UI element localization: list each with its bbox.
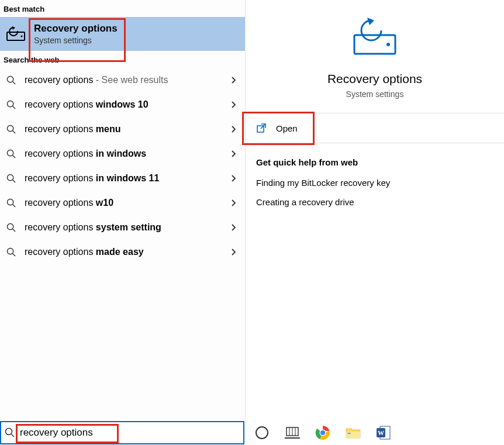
svg-point-13 <box>7 199 13 205</box>
svg-point-11 <box>7 174 13 180</box>
svg-point-3 <box>7 76 13 82</box>
svg-line-8 <box>12 130 15 133</box>
search-results-panel: Best match Recovery options System setti… <box>0 0 246 420</box>
web-result-text: recovery options windows 10 <box>25 99 222 110</box>
best-match-item[interactable]: Recovery options System settings <box>0 17 245 51</box>
svg-line-25 <box>12 434 15 437</box>
open-button[interactable]: Open <box>246 113 504 143</box>
web-result-item[interactable]: recovery options in windows <box>0 142 245 166</box>
cortana-icon[interactable] <box>254 425 270 441</box>
svg-line-14 <box>12 204 15 206</box>
web-result-text: recovery options in windows <box>25 149 222 159</box>
word-icon[interactable]: W <box>375 425 392 441</box>
open-label: Open <box>276 123 298 133</box>
svg-rect-35 <box>346 432 360 438</box>
svg-line-10 <box>12 155 15 157</box>
search-icon <box>6 247 16 257</box>
chevron-right-icon <box>230 249 238 256</box>
chevron-right-icon <box>230 224 238 231</box>
web-result-text: recovery options made easy <box>25 247 222 257</box>
svg-line-23 <box>261 124 265 129</box>
web-result-item[interactable]: recovery options - See web results <box>0 68 245 92</box>
search-icon <box>6 99 16 110</box>
web-result-item[interactable]: recovery options menu <box>0 117 245 142</box>
search-icon <box>6 198 16 208</box>
detail-subtitle: System settings <box>346 89 404 99</box>
chevron-right-icon <box>230 126 238 133</box>
svg-point-7 <box>7 125 13 131</box>
search-icon <box>5 427 15 438</box>
search-icon <box>6 149 16 159</box>
svg-point-9 <box>7 150 13 156</box>
recovery-icon <box>6 24 26 44</box>
svg-line-18 <box>12 253 15 256</box>
web-result-item[interactable]: recovery options w10 <box>0 191 245 215</box>
chevron-right-icon <box>230 175 238 182</box>
best-match-header: Best match <box>0 0 245 17</box>
svg-point-26 <box>256 427 268 439</box>
help-title: Get quick help from web <box>256 157 493 167</box>
web-result-text: recovery options system setting <box>25 222 222 233</box>
svg-line-16 <box>12 229 15 231</box>
help-link[interactable]: Creating a recovery drive <box>256 197 493 207</box>
search-box[interactable] <box>0 421 244 444</box>
open-external-icon <box>256 123 267 133</box>
search-icon <box>6 124 16 134</box>
svg-line-12 <box>12 180 15 182</box>
svg-point-21 <box>386 43 390 46</box>
web-result-text: recovery options w10 <box>25 198 222 208</box>
svg-point-17 <box>7 248 13 254</box>
help-link[interactable]: Finding my BitLocker recovery key <box>256 178 493 188</box>
search-web-header: Search the web <box>0 51 245 68</box>
details-panel: Recovery options System settings Open Ge… <box>246 0 504 420</box>
svg-point-34 <box>320 430 325 435</box>
chevron-right-icon <box>230 150 238 157</box>
web-result-text: recovery options - See web results <box>25 75 222 85</box>
detail-title: Recovery options <box>327 72 422 86</box>
search-icon <box>6 222 16 233</box>
chevron-right-icon <box>230 101 238 108</box>
web-result-item[interactable]: recovery options windows 10 <box>0 92 245 117</box>
svg-text:W: W <box>378 429 384 436</box>
search-input[interactable] <box>20 427 240 439</box>
svg-line-4 <box>12 81 15 84</box>
web-result-item[interactable]: recovery options made easy <box>0 240 245 264</box>
chrome-icon[interactable] <box>315 425 331 441</box>
file-explorer-icon[interactable] <box>345 425 361 441</box>
best-match-subtitle: System settings <box>34 36 118 45</box>
web-result-text: recovery options in windows 11 <box>25 173 222 184</box>
svg-point-2 <box>21 36 23 37</box>
chevron-right-icon <box>230 77 238 84</box>
web-results-list: recovery options - See web results recov… <box>0 68 245 264</box>
svg-line-6 <box>12 106 15 108</box>
taskbar: W <box>0 420 504 445</box>
task-view-icon[interactable] <box>284 425 301 441</box>
chevron-right-icon <box>230 199 238 206</box>
svg-point-24 <box>6 429 12 435</box>
best-match-title: Recovery options <box>34 23 118 35</box>
search-icon <box>6 75 16 85</box>
svg-rect-36 <box>347 433 351 434</box>
web-result-text: recovery options menu <box>25 124 222 134</box>
search-icon <box>6 173 16 184</box>
svg-point-15 <box>7 223 13 229</box>
svg-point-5 <box>7 101 13 106</box>
web-result-item[interactable]: recovery options system setting <box>0 215 245 240</box>
recovery-large-icon <box>352 18 398 58</box>
web-result-item[interactable]: recovery options in windows 11 <box>0 166 245 191</box>
